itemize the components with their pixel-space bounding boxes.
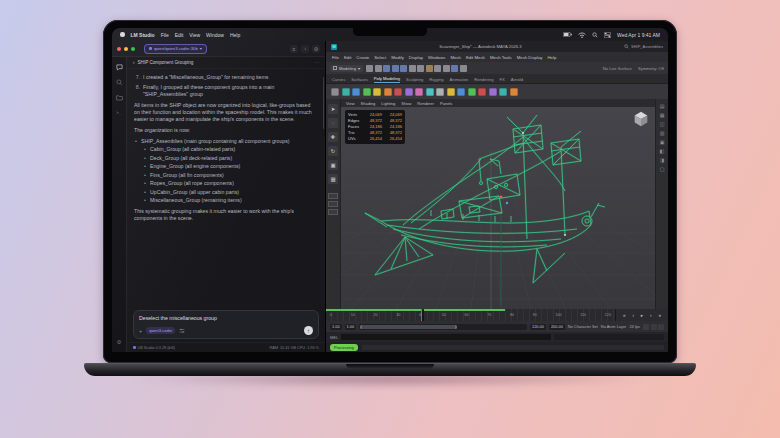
settings-gear-icon[interactable]: ⚙ (115, 338, 123, 346)
character-set-selector[interactable]: No Character Set (568, 324, 598, 329)
select-tool-icon[interactable]: ➤ (328, 104, 338, 114)
status-tool-icon[interactable] (434, 65, 441, 72)
maya-menu-item[interactable]: Display (409, 55, 423, 60)
shelf-tab[interactable]: Surfaces (351, 77, 368, 84)
maya-menu-item[interactable]: Edit Mesh (466, 55, 485, 60)
maya-search[interactable]: SHIP_Assemblies (624, 44, 663, 49)
maya-menu-item[interactable]: Mesh Tools (490, 55, 512, 60)
rotate-tool-icon[interactable]: ↻ (328, 146, 338, 156)
panel-toggle-icon[interactable]: ▥ (660, 130, 665, 136)
menubar-clock[interactable]: Wed Apr 1 9:41 AM (617, 32, 660, 38)
shelf-tool-icon[interactable] (405, 88, 413, 96)
model-selector[interactable]: qwen/qwen3-coder-30b ▾ (144, 44, 207, 54)
apple-logo-icon[interactable] (120, 32, 125, 37)
status-tool-icon[interactable] (443, 65, 450, 72)
shelf-tab[interactable]: Curves (332, 77, 345, 84)
menubar-menu-item[interactable]: Edit (175, 32, 184, 38)
zoom-window-button[interactable] (131, 47, 135, 51)
menubar-app-name[interactable]: LM Studio (131, 32, 155, 38)
status-tool-icon[interactable] (460, 65, 467, 72)
menubar-menu-item[interactable]: View (189, 32, 200, 38)
shelf-tool-icon[interactable] (373, 88, 381, 96)
minimize-window-button[interactable] (124, 47, 128, 51)
status-tool-icon[interactable] (417, 65, 424, 72)
chat-message-area[interactable]: 7. I created a "Miscellaneous_Group" for… (127, 69, 325, 307)
scrollbar[interactable] (323, 77, 325, 129)
shelf-tab[interactable]: FX (500, 77, 505, 84)
panel-toggle-icon[interactable]: ◨ (660, 157, 665, 163)
maya-menu-item[interactable]: Edit (344, 55, 351, 60)
fps-indicator[interactable]: 24 fps (629, 324, 640, 329)
range-slider-handle[interactable] (360, 325, 457, 329)
time-slider[interactable]: 0102030405060708090100110120 « ‹ ▸ › » (326, 309, 668, 321)
animation-start-field[interactable]: 1.00 (330, 324, 342, 330)
command-language-label[interactable]: MEL (330, 335, 338, 340)
back-chevron-icon[interactable]: ‹ (133, 60, 135, 65)
panel-toggle-icon[interactable]: ◧ (660, 148, 665, 154)
control-center-icon[interactable] (604, 32, 611, 38)
maya-menu-item[interactable]: File (332, 55, 339, 60)
maya-menu-item[interactable]: Help (547, 55, 556, 60)
play-button[interactable]: ▸ (641, 313, 643, 318)
shelf-tool-icon[interactable] (457, 88, 465, 96)
maya-menu-item[interactable]: Windows (428, 55, 445, 60)
step-back-button[interactable]: ‹ (632, 313, 634, 318)
shelf-tab[interactable]: Poly Modeling (374, 76, 400, 84)
loop-playback-icon[interactable] (643, 324, 649, 330)
viewport-menu-item[interactable]: Lighting (381, 101, 395, 106)
status-tool-icon[interactable] (426, 65, 433, 72)
shelf-tab[interactable]: Animation (450, 77, 469, 84)
shelf-tool-icon[interactable] (342, 88, 350, 96)
shelf-tab[interactable]: Sculpting (406, 77, 423, 84)
models-folder-icon[interactable] (115, 93, 123, 101)
shelf-tool-icon[interactable] (510, 88, 518, 96)
viewport-menu-item[interactable]: View (346, 101, 355, 106)
layout-panels-icon[interactable]: ≡ (290, 45, 298, 53)
go-to-end-button[interactable]: » (658, 313, 661, 318)
maya-menu-item[interactable]: Modify (391, 55, 404, 60)
status-tool-icon[interactable] (383, 65, 390, 72)
search-icon[interactable] (592, 32, 598, 38)
developer-terminal-icon[interactable]: >_ (115, 108, 123, 116)
view-cube[interactable] (632, 110, 650, 128)
battery-icon[interactable] (563, 32, 572, 37)
maya-menu-item[interactable]: Create (356, 55, 369, 60)
panel-toggle-icon[interactable]: ▢ (660, 166, 665, 172)
command-input-field[interactable] (341, 334, 551, 340)
panel-toggle-icon[interactable]: ▣ (660, 139, 665, 145)
status-tool-icon[interactable] (392, 65, 399, 72)
status-tool-icon[interactable] (400, 65, 407, 72)
layout-tool-icon[interactable]: ▦ (328, 174, 338, 184)
viewport-menu-item[interactable]: Renderer (417, 101, 434, 106)
animation-end-field[interactable]: 200.00 (549, 324, 565, 330)
shelf-tool-icon[interactable] (331, 88, 339, 96)
shelf-tab[interactable]: Arnold (511, 77, 523, 84)
panel-toggle-icon[interactable]: ▦ (660, 112, 665, 118)
shelf-tool-icon[interactable] (478, 88, 486, 96)
lasso-tool-icon[interactable]: ◌ (328, 118, 338, 128)
viewport-menu-item[interactable]: Show (401, 101, 411, 106)
status-tool-icon[interactable] (375, 65, 382, 72)
status-tool-icon[interactable] (451, 65, 458, 72)
close-window-button[interactable] (117, 47, 121, 51)
range-slider[interactable] (359, 324, 527, 330)
input-model-pill[interactable]: qwen3-coder (146, 327, 175, 334)
shelf-tool-icon[interactable] (468, 88, 476, 96)
playback-start-field[interactable]: 1.00 (345, 324, 357, 330)
menubar-menu-item[interactable]: Help (230, 32, 240, 38)
animation-preferences-icon[interactable] (658, 324, 664, 330)
status-tool-icon[interactable] (366, 65, 373, 72)
chat-nav-icon[interactable] (115, 63, 123, 71)
menubar-menu-item[interactable]: File (161, 32, 169, 38)
step-forward-button[interactable]: › (650, 313, 652, 318)
timeline-track[interactable]: 0102030405060708090100110120 (326, 309, 616, 321)
chat-options-icon[interactable]: ⋯ (314, 60, 319, 65)
maya-menu-item[interactable]: Mesh (450, 55, 461, 60)
discover-search-icon[interactable] (115, 78, 123, 86)
layout-four-pane-button[interactable] (328, 201, 338, 207)
shelf-tool-icon[interactable] (384, 88, 392, 96)
current-frame-marker[interactable] (421, 309, 424, 321)
tools-sliders-icon[interactable] (179, 328, 185, 334)
shelf-tool-icon[interactable] (447, 88, 455, 96)
move-tool-icon[interactable]: ✚ (328, 132, 338, 142)
